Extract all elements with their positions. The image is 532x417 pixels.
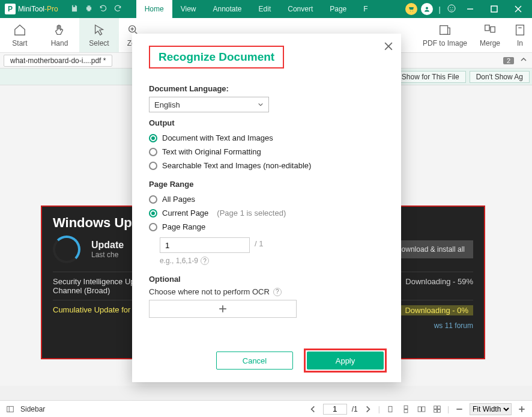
radio-icon [149, 162, 157, 170]
radio-icon [149, 195, 157, 204]
lang-select[interactable]: English [149, 97, 269, 112]
page-number-input[interactable] [323, 404, 347, 415]
svg-rect-2 [87, 5, 90, 7]
minimize-button[interactable] [460, 0, 480, 18]
svg-rect-29 [404, 409, 408, 412]
zoom-mode-select[interactable]: Fit Width [470, 403, 512, 415]
app-title-suffix: -Pro [44, 5, 58, 13]
range-option-custom[interactable]: Page Range [149, 220, 384, 234]
radio-icon [149, 209, 157, 218]
output-option-doc-text-images[interactable]: Document with Text and Images [149, 131, 384, 145]
tab-overflow-badge[interactable]: 2 [503, 57, 514, 64]
help-icon[interactable]: ? [201, 257, 209, 265]
menu-home[interactable]: Home [136, 0, 172, 18]
undo-icon[interactable] [99, 4, 107, 14]
svg-rect-35 [437, 409, 440, 412]
app-logo-section: P MiniTool-Pro [0, 4, 63, 14]
tool-pdf-to-image[interactable]: PDF to Image [418, 18, 472, 52]
zoom-in-button[interactable] [516, 404, 527, 415]
tool-start[interactable]: Start [0, 18, 40, 52]
svg-rect-25 [7, 406, 14, 412]
svg-rect-31 [422, 406, 425, 411]
svg-rect-18 [491, 26, 495, 32]
dialog-title-callout: Recognize Document [149, 46, 284, 68]
tool-insert-label: In [517, 39, 523, 47]
feedback-icon[interactable] [447, 4, 456, 15]
dont-show-all-button[interactable]: Don't Show Ag [470, 71, 530, 83]
preview-item2-text: Cumulative Update for W [53, 305, 140, 315]
svg-rect-34 [434, 409, 437, 412]
preview-updates-title: Update [91, 240, 124, 251]
cart-icon[interactable] [405, 3, 417, 15]
ocr-exclude-add-button[interactable] [149, 300, 297, 318]
menu-overflow[interactable]: F [355, 0, 376, 18]
range-hint-text: e.g., 1,6,1-9 [160, 257, 198, 265]
output-option-label: Document with Text and Images [162, 133, 273, 142]
svg-point-7 [452, 7, 453, 8]
refresh-icon [53, 236, 80, 263]
maximize-button[interactable] [484, 0, 504, 18]
range-label: Page Range [149, 180, 384, 189]
svg-rect-16 [440, 25, 448, 34]
svg-point-5 [448, 5, 455, 12]
sidebar-label[interactable]: Sidebar [20, 405, 45, 413]
title-right-controls: | [405, 0, 532, 18]
view-grid-icon[interactable] [432, 404, 443, 415]
menu-page[interactable]: Page [321, 0, 355, 18]
svg-rect-30 [418, 406, 421, 411]
svg-point-6 [450, 7, 450, 8]
app-title: MiniTool-Pro [18, 5, 58, 13]
menu-view[interactable]: View [172, 0, 205, 18]
output-option-searchable[interactable]: Searchable Text and Images (non-editable… [149, 159, 384, 172]
app-logo-icon: P [5, 4, 16, 14]
redo-icon[interactable] [113, 4, 122, 14]
tool-start-label: Start [12, 39, 27, 47]
preview-item2-status: Downloading - 0% [400, 305, 473, 315]
tool-select[interactable]: Select [79, 18, 119, 52]
recognize-document-dialog: Recognize Document Document Language: En… [132, 34, 401, 382]
cancel-button[interactable]: Cancel [216, 352, 293, 370]
menu-convert[interactable]: Convert [279, 0, 321, 18]
optional-label: Optional [149, 275, 384, 284]
svg-point-4 [426, 7, 428, 10]
radio-icon [149, 148, 157, 156]
menu-annotate[interactable]: Annotate [205, 0, 250, 18]
dialog-close-button[interactable] [384, 42, 393, 52]
range-option-all[interactable]: All Pages [149, 192, 384, 206]
tool-pdf-to-image-label: PDF to Image [423, 39, 467, 47]
tool-select-label: Select [89, 39, 109, 47]
range-option-current[interactable]: Current Page(Page 1 is selected) [149, 206, 384, 220]
quick-access-toolbar [70, 4, 122, 14]
view-two-page-icon[interactable] [416, 404, 427, 415]
tool-hand-label: Hand [51, 39, 68, 47]
dialog-title: Recognize Document [159, 50, 274, 64]
tool-hand[interactable]: Hand [40, 18, 79, 52]
close-button[interactable] [508, 0, 528, 18]
output-option-text-formatting[interactable]: Text with Original Formatting [149, 145, 384, 159]
svg-rect-17 [485, 25, 489, 30]
tool-merge[interactable]: Merge [472, 18, 508, 52]
save-icon[interactable] [70, 4, 79, 14]
apply-button[interactable]: Apply [307, 352, 384, 370]
help-icon[interactable]: ? [273, 288, 282, 296]
print-icon[interactable] [85, 4, 93, 14]
user-icon[interactable] [421, 3, 433, 15]
prev-page-button[interactable] [307, 404, 318, 415]
view-continuous-icon[interactable] [401, 404, 411, 415]
svg-rect-27 [388, 406, 392, 412]
menu-edit[interactable]: Edit [250, 0, 280, 18]
range-input[interactable] [160, 237, 250, 253]
view-single-icon[interactable] [385, 404, 396, 415]
app-title-main: MiniTool [18, 5, 44, 13]
range-hint: e.g., 1,6,1-9? [160, 257, 384, 265]
preview-item1-text: Security Intelligence Upd Channel (Broad… [53, 277, 139, 295]
tool-insert[interactable]: In [508, 18, 532, 52]
apply-button-callout: Apply [304, 349, 387, 373]
lang-label: Document Language: [149, 84, 384, 93]
chevron-up-icon[interactable] [520, 56, 527, 65]
document-tab[interactable]: what-motherboard-do-i....pdf * [4, 55, 112, 67]
sidebar-toggle-icon[interactable] [5, 404, 16, 415]
zoom-out-button[interactable] [454, 404, 465, 415]
optional-desc: Choose where not to perform OCR [149, 287, 270, 296]
next-page-button[interactable] [363, 404, 373, 415]
